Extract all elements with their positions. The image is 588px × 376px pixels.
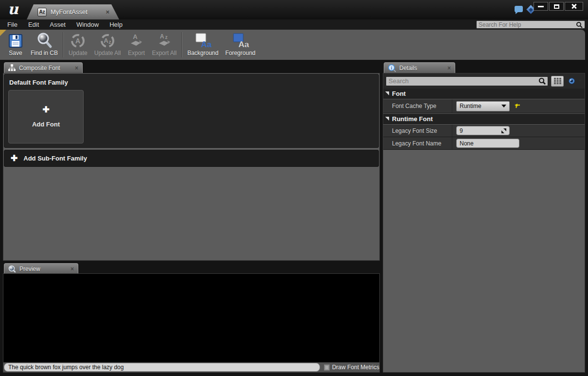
- svg-text:A: A: [160, 33, 164, 40]
- feedback-bubble-icon[interactable]: [515, 6, 523, 12]
- svg-text:A: A: [75, 37, 80, 45]
- preview-toolbar: Draw Font Metrics: [3, 362, 379, 372]
- asset-tab-close-icon[interactable]: ×: [106, 9, 109, 15]
- menu-edit[interactable]: Edit: [23, 19, 44, 30]
- window-controls: [534, 2, 583, 11]
- update-all-icon: A z: [99, 32, 116, 50]
- close-button[interactable]: [565, 2, 583, 11]
- collapse-arrow-icon: [385, 117, 389, 121]
- property-matrix-button[interactable]: [551, 76, 564, 87]
- category-font-title: Font: [392, 90, 406, 97]
- composite-font-tree-icon: [8, 64, 16, 72]
- help-search-box[interactable]: [476, 20, 585, 29]
- tab-close-icon[interactable]: ×: [58, 266, 74, 272]
- tab-preview-label: Preview: [19, 266, 40, 272]
- plus-icon: ✚: [42, 106, 49, 114]
- category-font[interactable]: Font: [383, 89, 585, 99]
- close-icon: [571, 3, 577, 9]
- toolbar-corner-triangle: [0, 30, 6, 36]
- legacy-font-size-label: Legacy Font Size: [383, 125, 452, 137]
- svg-text:z: z: [109, 39, 111, 45]
- background-color-icon: Aa: [194, 32, 212, 50]
- export-all-button[interactable]: A z Export All: [148, 32, 180, 58]
- minimize-button[interactable]: [534, 2, 548, 11]
- toolbar: Save Find in CB A Update: [0, 30, 585, 60]
- add-font-button[interactable]: ✚ Add Font: [8, 90, 84, 143]
- dropdown-arrow-icon: [501, 105, 506, 107]
- reset-to-default-icon[interactable]: [514, 104, 520, 109]
- details-search-box[interactable]: [386, 76, 548, 86]
- details-info-icon: i: [388, 64, 396, 72]
- export-icon: A: [127, 32, 145, 50]
- drag-resize-icon: [501, 128, 506, 133]
- menu-asset[interactable]: Asset: [44, 19, 71, 30]
- find-in-cb-icon: [36, 32, 53, 50]
- export-button[interactable]: A Export: [124, 32, 148, 58]
- tab-close-icon[interactable]: ×: [62, 65, 78, 72]
- category-runtime-font-title: Runtime Font: [392, 115, 433, 123]
- eye-icon: [567, 78, 576, 84]
- collapse-arrow-icon: [385, 91, 389, 95]
- tab-preview[interactable]: Preview ×: [4, 263, 78, 274]
- search-icon: [576, 21, 583, 28]
- legacy-font-size-field[interactable]: 9: [456, 126, 510, 135]
- asset-tab-title: MyFontAsset: [51, 8, 88, 16]
- default-font-family-header: Default Font Family: [9, 79, 68, 86]
- row-legacy-font-size: Legacy Font Size 9: [383, 125, 585, 137]
- category-runtime-font[interactable]: Runtime Font: [383, 114, 585, 124]
- svg-text:i: i: [391, 65, 392, 70]
- asset-document-tab[interactable]: Az MyFontAsset ×: [27, 4, 119, 19]
- maximize-button[interactable]: [549, 2, 564, 11]
- tab-composite-font[interactable]: Composite Font ×: [4, 62, 83, 73]
- composite-font-panel: Default Font Family ✚ Add Font ✚ Add Sub…: [3, 73, 380, 261]
- foreground-color-button[interactable]: Aa Foreground: [222, 32, 259, 58]
- tab-details-label: Details: [399, 65, 417, 72]
- export-all-icon: A z: [156, 32, 173, 50]
- find-in-cb-button[interactable]: Find in CB: [27, 32, 61, 58]
- details-search-input[interactable]: [386, 77, 538, 85]
- add-sub-font-family-label: Add Sub-Font Family: [23, 155, 87, 162]
- background-color-button[interactable]: Aa Background: [184, 32, 222, 58]
- toolbar-separator: [181, 32, 182, 57]
- preview-panel: Draw Font Metrics: [3, 273, 380, 373]
- update-all-button[interactable]: A z Update All: [91, 32, 125, 58]
- svg-text:Aa: Aa: [201, 40, 212, 49]
- add-sub-font-family-button[interactable]: ✚ Add Sub-Font Family: [4, 150, 379, 167]
- menu-window[interactable]: Window: [71, 19, 104, 30]
- menu-bar: File Edit Asset Window Help: [0, 19, 588, 30]
- titlebar-icons: [515, 5, 534, 13]
- draw-font-metrics-label: Draw Font Metrics: [332, 364, 379, 371]
- legacy-font-name-field[interactable]: None: [456, 139, 519, 148]
- details-search-row: [383, 73, 585, 89]
- update-icon: A: [69, 32, 87, 50]
- help-search-input[interactable]: [477, 21, 576, 28]
- font-cache-type-value: Runtime: [460, 103, 501, 109]
- row-font-cache-type: Font Cache Type Runtime: [383, 99, 585, 113]
- svg-text:A: A: [133, 33, 138, 40]
- legacy-font-name-label: Legacy Font Name: [383, 137, 452, 149]
- add-font-label: Add Font: [32, 121, 60, 128]
- tab-details[interactable]: i Details ×: [384, 62, 455, 73]
- update-button[interactable]: A Update: [65, 32, 91, 58]
- menu-help[interactable]: Help: [104, 19, 128, 30]
- search-icon: [538, 77, 546, 85]
- tab-close-icon[interactable]: ×: [435, 65, 451, 72]
- save-icon: [7, 32, 24, 50]
- preview-text-input[interactable]: [4, 363, 320, 372]
- svg-text:z: z: [165, 35, 167, 40]
- preview-magnifier-icon: [8, 265, 16, 273]
- save-button[interactable]: Save: [4, 32, 27, 58]
- font-cache-type-label: Font Cache Type: [383, 99, 452, 113]
- legacy-font-size-value: 9: [460, 127, 501, 134]
- draw-font-metrics-checkbox[interactable]: [324, 364, 330, 371]
- svg-text:Aa: Aa: [238, 40, 249, 49]
- font-cache-type-dropdown[interactable]: Runtime: [456, 101, 510, 111]
- svg-text:A: A: [104, 37, 108, 44]
- font-asset-icon: Az: [37, 8, 47, 17]
- maximize-icon: [554, 4, 559, 9]
- unreal-font-editor-window: u Az MyFontAsset × File Edit Asset Windo…: [0, 0, 588, 376]
- view-options-button[interactable]: [567, 78, 582, 84]
- menu-file[interactable]: File: [2, 19, 23, 30]
- minimize-icon: [538, 6, 544, 7]
- unreal-engine-logo-icon: u: [5, 1, 21, 18]
